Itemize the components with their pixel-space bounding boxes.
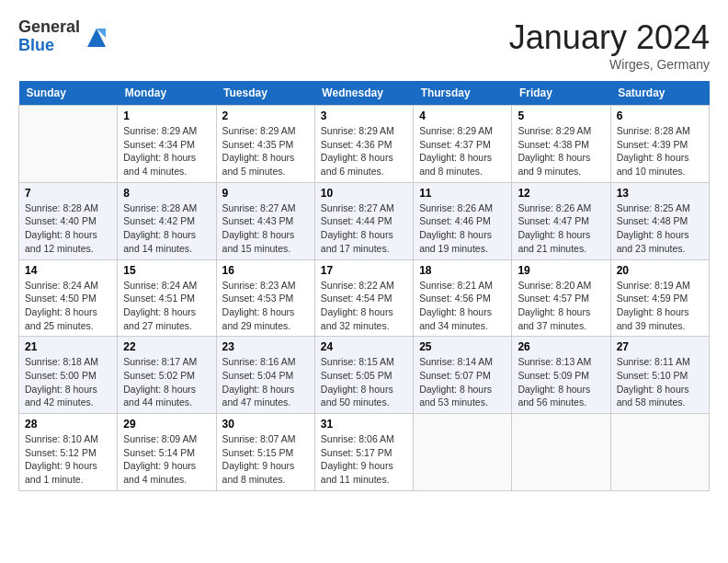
day-info: Sunrise: 8:28 AMSunset: 4:39 PMDaylight:… [617, 124, 703, 178]
month-title: January 2024 [509, 18, 710, 57]
day-number: 29 [123, 418, 210, 431]
calendar-cell: 24Sunrise: 8:15 AMSunset: 5:05 PMDayligh… [314, 337, 413, 414]
logo: General Blue [18, 18, 109, 55]
logo-blue-text: Blue [18, 37, 80, 55]
calendar-cell: 31Sunrise: 8:06 AMSunset: 5:17 PMDayligh… [314, 414, 413, 491]
day-number: 6 [617, 109, 703, 122]
calendar-week-row: 1Sunrise: 8:29 AMSunset: 4:34 PMDaylight… [19, 106, 710, 183]
day-info: Sunrise: 8:26 AMSunset: 4:47 PMDaylight:… [518, 201, 604, 256]
day-info: Sunrise: 8:24 AMSunset: 4:50 PMDaylight:… [25, 279, 111, 333]
calendar-cell: 29Sunrise: 8:09 AMSunset: 5:14 PMDayligh… [118, 414, 216, 491]
day-info: Sunrise: 8:16 AMSunset: 5:04 PMDaylight:… [222, 355, 309, 409]
logo-general-text: General [18, 18, 80, 37]
calendar-cell: 25Sunrise: 8:14 AMSunset: 5:07 PMDayligh… [414, 337, 512, 414]
day-info: Sunrise: 8:18 AMSunset: 5:00 PMDaylight:… [25, 355, 111, 409]
day-number: 9 [222, 187, 309, 200]
calendar-cell: 4Sunrise: 8:29 AMSunset: 4:37 PMDaylight… [414, 106, 512, 183]
location: Wirges, Germany [509, 57, 710, 72]
calendar-cell: 23Sunrise: 8:16 AMSunset: 5:04 PMDayligh… [216, 337, 314, 414]
calendar-cell: 17Sunrise: 8:22 AMSunset: 4:54 PMDayligh… [314, 259, 413, 337]
calendar-cell: 12Sunrise: 8:26 AMSunset: 4:47 PMDayligh… [512, 182, 610, 259]
day-info: Sunrise: 8:29 AMSunset: 4:38 PMDaylight:… [518, 124, 604, 178]
day-info: Sunrise: 8:25 AMSunset: 4:48 PMDaylight:… [617, 201, 703, 256]
day-info: Sunrise: 8:09 AMSunset: 5:14 PMDaylight:… [123, 432, 210, 487]
calendar-cell: 28Sunrise: 8:10 AMSunset: 5:12 PMDayligh… [19, 414, 118, 491]
calendar-cell: 2Sunrise: 8:29 AMSunset: 4:35 PMDaylight… [216, 106, 314, 183]
day-number: 25 [419, 340, 506, 353]
calendar-cell [19, 106, 118, 183]
day-number: 10 [321, 187, 407, 200]
day-info: Sunrise: 8:22 AMSunset: 4:54 PMDaylight:… [321, 279, 407, 333]
calendar-cell: 6Sunrise: 8:28 AMSunset: 4:39 PMDaylight… [610, 106, 709, 183]
day-number: 5 [518, 109, 604, 122]
day-info: Sunrise: 8:24 AMSunset: 4:51 PMDaylight:… [123, 279, 210, 333]
day-info: Sunrise: 8:07 AMSunset: 5:15 PMDaylight:… [222, 432, 309, 487]
day-number: 8 [123, 187, 210, 200]
calendar-cell: 19Sunrise: 8:20 AMSunset: 4:57 PMDayligh… [512, 259, 610, 337]
calendar-cell: 15Sunrise: 8:24 AMSunset: 4:51 PMDayligh… [118, 259, 216, 337]
day-number: 4 [419, 109, 506, 122]
calendar-cell: 9Sunrise: 8:27 AMSunset: 4:43 PMDaylight… [216, 182, 314, 259]
day-number: 30 [222, 418, 309, 431]
day-info: Sunrise: 8:10 AMSunset: 5:12 PMDaylight:… [25, 432, 111, 487]
day-number: 26 [518, 340, 604, 353]
day-header-friday: Friday [512, 81, 610, 106]
day-info: Sunrise: 8:28 AMSunset: 4:42 PMDaylight:… [123, 201, 210, 256]
calendar-cell: 7Sunrise: 8:28 AMSunset: 4:40 PMDaylight… [19, 182, 118, 259]
day-info: Sunrise: 8:20 AMSunset: 4:57 PMDaylight:… [518, 279, 604, 333]
day-number: 27 [617, 340, 703, 353]
day-header-saturday: Saturday [610, 81, 709, 106]
day-info: Sunrise: 8:26 AMSunset: 4:46 PMDaylight:… [419, 201, 506, 256]
day-info: Sunrise: 8:06 AMSunset: 5:17 PMDaylight:… [321, 432, 407, 487]
day-number: 13 [617, 187, 703, 200]
day-info: Sunrise: 8:28 AMSunset: 4:40 PMDaylight:… [25, 201, 111, 256]
calendar-cell: 13Sunrise: 8:25 AMSunset: 4:48 PMDayligh… [610, 182, 709, 259]
day-number: 19 [518, 264, 604, 277]
day-number: 21 [25, 340, 111, 353]
calendar-cell: 14Sunrise: 8:24 AMSunset: 4:50 PMDayligh… [19, 259, 118, 337]
day-header-wednesday: Wednesday [314, 81, 413, 106]
calendar-week-row: 14Sunrise: 8:24 AMSunset: 4:50 PMDayligh… [19, 259, 710, 337]
calendar-cell: 3Sunrise: 8:29 AMSunset: 4:36 PMDaylight… [314, 106, 413, 183]
day-info: Sunrise: 8:14 AMSunset: 5:07 PMDaylight:… [419, 355, 506, 409]
calendar-cell: 11Sunrise: 8:26 AMSunset: 4:46 PMDayligh… [414, 182, 512, 259]
day-info: Sunrise: 8:29 AMSunset: 4:37 PMDaylight:… [419, 124, 506, 178]
day-number: 16 [222, 264, 309, 277]
calendar-cell: 5Sunrise: 8:29 AMSunset: 4:38 PMDaylight… [512, 106, 610, 183]
calendar-cell [610, 414, 709, 491]
calendar-cell [512, 414, 610, 491]
calendar-cell: 26Sunrise: 8:13 AMSunset: 5:09 PMDayligh… [512, 337, 610, 414]
logo-icon [84, 25, 109, 51]
title-block: January 2024 Wirges, Germany [509, 18, 710, 72]
day-number: 11 [419, 187, 506, 200]
day-info: Sunrise: 8:29 AMSunset: 4:34 PMDaylight:… [123, 124, 210, 178]
calendar-cell [414, 414, 512, 491]
calendar-week-row: 7Sunrise: 8:28 AMSunset: 4:40 PMDaylight… [19, 182, 710, 259]
day-number: 20 [617, 264, 703, 277]
day-number: 23 [222, 340, 309, 353]
calendar-table: SundayMondayTuesdayWednesdayThursdayFrid… [18, 81, 710, 491]
day-header-tuesday: Tuesday [216, 81, 314, 106]
calendar-cell: 21Sunrise: 8:18 AMSunset: 5:00 PMDayligh… [19, 337, 118, 414]
calendar-cell: 8Sunrise: 8:28 AMSunset: 4:42 PMDaylight… [118, 182, 216, 259]
day-info: Sunrise: 8:21 AMSunset: 4:56 PMDaylight:… [419, 279, 506, 333]
page-header: General Blue January 2024 Wirges, German… [18, 18, 710, 72]
day-info: Sunrise: 8:19 AMSunset: 4:59 PMDaylight:… [617, 279, 703, 333]
day-header-monday: Monday [118, 81, 216, 106]
day-number: 1 [123, 109, 210, 122]
calendar-cell: 18Sunrise: 8:21 AMSunset: 4:56 PMDayligh… [414, 259, 512, 337]
day-info: Sunrise: 8:13 AMSunset: 5:09 PMDaylight:… [518, 355, 604, 409]
day-number: 12 [518, 187, 604, 200]
day-number: 31 [321, 418, 407, 431]
calendar-cell: 16Sunrise: 8:23 AMSunset: 4:53 PMDayligh… [216, 259, 314, 337]
calendar-week-row: 21Sunrise: 8:18 AMSunset: 5:00 PMDayligh… [19, 337, 710, 414]
day-number: 14 [25, 264, 111, 277]
calendar-cell: 20Sunrise: 8:19 AMSunset: 4:59 PMDayligh… [610, 259, 709, 337]
day-info: Sunrise: 8:29 AMSunset: 4:35 PMDaylight:… [222, 124, 309, 178]
day-header-thursday: Thursday [414, 81, 512, 106]
day-number: 7 [25, 187, 111, 200]
day-info: Sunrise: 8:11 AMSunset: 5:10 PMDaylight:… [617, 355, 703, 409]
day-info: Sunrise: 8:27 AMSunset: 4:44 PMDaylight:… [321, 201, 407, 256]
day-info: Sunrise: 8:15 AMSunset: 5:05 PMDaylight:… [321, 355, 407, 409]
calendar-cell: 30Sunrise: 8:07 AMSunset: 5:15 PMDayligh… [216, 414, 314, 491]
